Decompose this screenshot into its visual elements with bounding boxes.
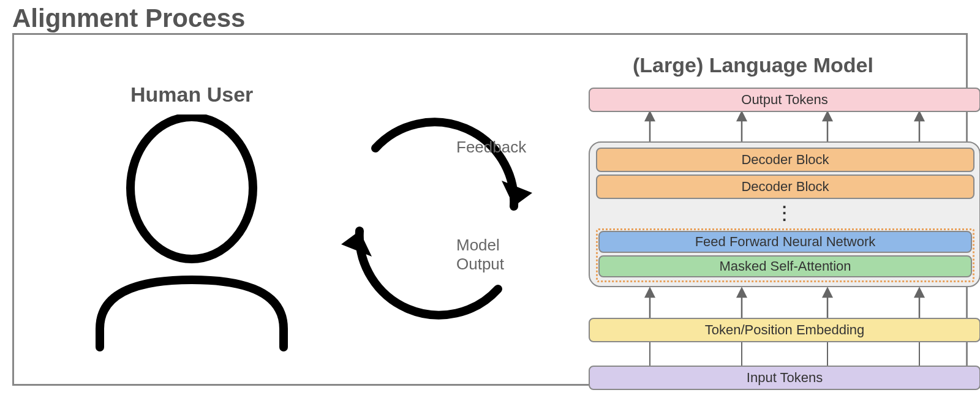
masked-self-attention-block: Masked Self-Attention	[598, 255, 972, 277]
svg-marker-16	[823, 288, 832, 297]
input-tokens-block: Input Tokens	[589, 366, 980, 390]
arrows-embed-to-decoder	[589, 287, 980, 318]
lines-input-to-embed	[589, 342, 980, 366]
svg-point-0	[130, 117, 253, 259]
diagram-frame: Human User Feedback Model Output (Large)…	[12, 33, 968, 386]
ellipsis-vertical-icon: ...	[782, 200, 786, 219]
embedding-block: Token/Position Embedding	[589, 318, 980, 342]
svg-marker-14	[737, 288, 746, 297]
llm-label: (Large) Language Model	[633, 53, 873, 77]
ffn-block: Feed Forward Neural Network	[598, 231, 972, 253]
svg-marker-10	[915, 112, 924, 121]
model-output-label: Model Output	[456, 236, 504, 274]
diagram-title: Alignment Process	[12, 4, 245, 33]
arrows-decoder-to-output	[589, 112, 980, 141]
human-user-icon	[88, 115, 296, 353]
svg-marker-18	[915, 288, 924, 297]
decoder-stack: Decoder Block Decoder Block ... Feed For…	[589, 141, 980, 287]
decoder-block-1: Decoder Block	[596, 148, 974, 172]
svg-marker-8	[823, 112, 832, 121]
model-output-line2: Output	[456, 255, 504, 273]
svg-marker-1	[502, 181, 532, 206]
svg-marker-12	[646, 288, 654, 297]
output-tokens-block: Output Tokens	[589, 88, 980, 112]
svg-marker-4	[646, 112, 654, 121]
model-output-line1: Model	[456, 236, 500, 254]
feedback-label: Feedback	[456, 138, 526, 157]
svg-marker-2	[341, 231, 372, 257]
human-user-label: Human User	[130, 83, 253, 107]
llm-architecture: Output Tokens Decoder Block Decoder Bloc…	[589, 88, 980, 390]
svg-marker-6	[737, 112, 746, 121]
